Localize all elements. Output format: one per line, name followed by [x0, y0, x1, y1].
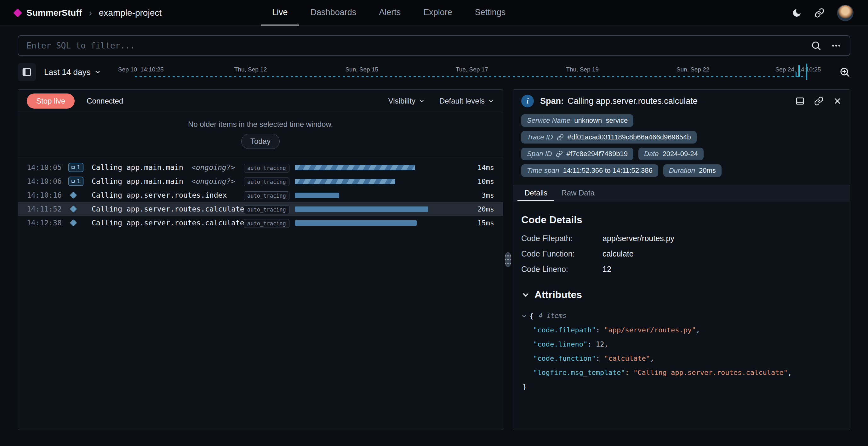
json-colon: : [625, 365, 633, 380]
log-time: 14:12:38 [27, 219, 68, 227]
child-count: 1 [77, 164, 80, 171]
chevron-down-icon [94, 69, 101, 75]
search-icon[interactable] [811, 40, 822, 51]
close-icon[interactable] [833, 96, 842, 106]
tab-explore[interactable]: Explore [412, 0, 464, 26]
sidebar-toggle-icon[interactable] [18, 63, 36, 81]
span-diamond-icon [70, 205, 77, 213]
time-range-label: Last 14 days [44, 67, 90, 77]
link-icon[interactable] [556, 151, 563, 157]
live-panel-header: Stop live Connected Visibility Default l… [18, 90, 503, 113]
json-comma: , [604, 337, 608, 351]
log-row[interactable]: 14:10:05 1 Calling app.main.main<ongoing… [18, 161, 503, 174]
span-duration-bar [295, 193, 339, 198]
log-row[interactable]: 14:10:16 Calling app.server.routes.index… [18, 188, 503, 202]
sql-filter-input[interactable] [27, 41, 811, 50]
json-key: "code.function" [533, 351, 596, 365]
detail-panel-header: Span:Calling app.server.routes.calculate [513, 90, 850, 113]
log-row[interactable]: 14:10:06 1 Calling app.main.main<ongoing… [18, 174, 503, 188]
chevron-down-icon [418, 98, 425, 104]
log-message: Calling app.server.routes.calculate [92, 205, 244, 213]
dark-mode-moon-icon[interactable] [792, 8, 802, 18]
json-value: "Calling app.server.routes.calculate" [633, 365, 788, 380]
badge-value: #df01acad0311189c8b66a466d969654b [567, 133, 691, 141]
log-row[interactable]: 14:12:38 Calling app.server.routes.calcu… [18, 216, 503, 230]
log-row-selected[interactable]: 14:11:52 Calling app.server.routes.calcu… [18, 202, 503, 216]
time-span-badge: Time span 14:11:52.366 to 14:11:52.386 [521, 164, 658, 177]
badge-label: Service Name [527, 117, 570, 125]
badge-label: Span ID [527, 150, 552, 158]
tag-pill[interactable]: auto_tracing [244, 219, 289, 228]
timeline-tick: Sun, Sep 15 [345, 66, 378, 73]
code-detail-row: Code Lineno: 12 [521, 265, 842, 274]
more-options-ellipsis-icon[interactable] [831, 40, 841, 51]
span-meta-badges: Service Name unknown_service Trace ID #d… [513, 113, 850, 177]
timeline-activity-line [135, 76, 807, 77]
stop-live-button[interactable]: Stop live [27, 94, 75, 108]
code-detail-label: Code Lineno: [521, 265, 602, 274]
tag-pill[interactable]: auto_tracing [244, 205, 289, 214]
chevron-down-icon [488, 98, 494, 104]
tag-pill[interactable]: auto_tracing [244, 164, 289, 172]
json-close-line: } [521, 380, 842, 394]
json-colon: : [596, 323, 604, 337]
tab-live[interactable]: Live [261, 0, 299, 26]
user-avatar[interactable] [837, 5, 854, 21]
badge-label: Time span [527, 166, 559, 175]
badge-value: 2024-09-24 [663, 150, 698, 158]
tab-dashboards[interactable]: Dashboards [299, 0, 368, 26]
panel-resize-divider[interactable] [503, 89, 513, 430]
timeline-now-cursor[interactable] [806, 64, 807, 80]
chevron-down-icon [521, 290, 530, 299]
attributes-heading: Attributes [534, 289, 582, 300]
trace-id-badge[interactable]: Trace ID #df01acad0311189c8b66a466d96965… [521, 131, 697, 144]
json-entry: "code.lineno": 12, [521, 337, 842, 351]
brand-name: SummerStuff [27, 8, 82, 18]
open-brace: { [529, 309, 533, 323]
badge-value: unknown_service [574, 117, 628, 125]
resize-grip-icon[interactable] [505, 252, 511, 267]
detail-body: Code Details Code Filepath: app/server/r… [513, 201, 850, 394]
tab-raw-data[interactable]: Raw Data [554, 185, 601, 201]
tab-details[interactable]: Details [518, 185, 554, 201]
zoom-in-icon[interactable] [839, 66, 850, 78]
badge-label: Trace ID [527, 133, 553, 141]
service-name-badge: Service Name unknown_service [521, 114, 633, 127]
tab-settings[interactable]: Settings [464, 0, 517, 26]
log-duration: 15ms [466, 219, 494, 227]
today-button[interactable]: Today [241, 134, 280, 149]
info-icon [521, 95, 534, 107]
tag-pill[interactable]: auto_tracing [244, 191, 289, 200]
log-time: 14:10:06 [27, 177, 68, 185]
json-comma: , [650, 351, 654, 365]
share-link-icon[interactable] [814, 8, 825, 18]
timeline-track[interactable]: Sep 10, 14:10:25 Thu, Sep 12 Sun, Sep 15… [109, 62, 831, 83]
visibility-dropdown[interactable]: Visibility [388, 97, 425, 105]
brand[interactable]: SummerStuff [14, 8, 82, 18]
json-colon: : [587, 337, 596, 351]
code-details-heading: Code Details [521, 214, 842, 226]
dock-panel-icon[interactable] [795, 96, 805, 106]
json-key: "code.lineno" [533, 337, 587, 351]
collapse-icon[interactable] [521, 313, 527, 319]
breadcrumb-project[interactable]: example-project [99, 8, 161, 18]
link-icon[interactable] [557, 134, 564, 141]
time-range-select[interactable]: Last 14 days [44, 67, 101, 77]
tag-pill[interactable]: auto_tracing [244, 178, 289, 186]
copy-link-icon[interactable] [814, 96, 824, 106]
log-time: 14:10:05 [27, 163, 68, 171]
timeline-tick: Sun, Sep 22 [677, 66, 710, 73]
timeline-bar: Last 14 days Sep 10, 14:10:25 Thu, Sep 1… [18, 62, 850, 83]
json-entry: "code.function": "calculate", [521, 351, 842, 365]
span-duration-bar [295, 220, 417, 226]
span-id-badge[interactable]: Span ID #f7c8e294f7489b19 [521, 148, 633, 160]
items-count: 4 items [538, 309, 567, 323]
tab-alerts[interactable]: Alerts [368, 0, 412, 26]
default-levels-dropdown[interactable]: Default levels [439, 97, 494, 105]
json-key: "logfire.msg_template" [533, 365, 625, 380]
title-kind-label: Span: [540, 96, 564, 106]
code-detail-row: Code Function: calculate [521, 249, 842, 258]
span-duration-bar [295, 165, 415, 170]
attributes-section-toggle[interactable]: Attributes [521, 289, 842, 300]
ongoing-suffix: <ongoing?> [191, 177, 235, 185]
